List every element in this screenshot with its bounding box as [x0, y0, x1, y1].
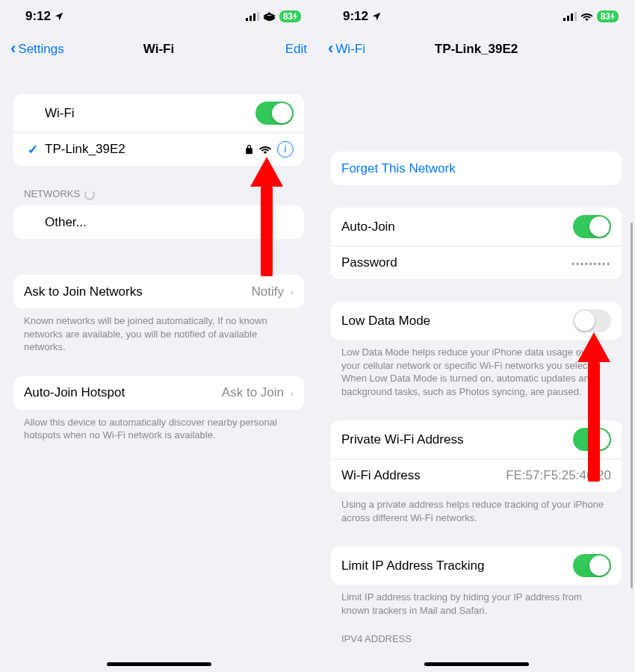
auto-join-toggle[interactable]	[573, 215, 611, 238]
edit-button[interactable]: Edit	[285, 42, 307, 57]
private-wifi-toggle[interactable]	[573, 428, 611, 451]
lock-icon	[245, 144, 253, 155]
forget-label: Forget This Network	[341, 161, 611, 176]
auto-hotspot-value: Ask to Join	[222, 385, 284, 400]
connected-network-label: TP-Link_39E2	[45, 142, 245, 157]
svg-rect-5	[567, 16, 569, 21]
home-indicator[interactable]	[424, 662, 529, 666]
private-wifi-row: Private Wi-Fi Address	[331, 420, 622, 458]
wifi-toggle[interactable]	[255, 102, 294, 125]
location-icon	[54, 11, 64, 22]
svg-rect-2	[253, 13, 255, 21]
chevron-left-icon: ‹	[10, 39, 16, 58]
auto-join-label: Auto-Join	[341, 220, 573, 234]
svg-rect-6	[571, 13, 573, 21]
connected-network-row[interactable]: ✓ TP-Link_39E2 i	[13, 132, 304, 166]
status-bar: 9:12 83	[318, 0, 635, 33]
location-icon	[371, 11, 382, 22]
wifi-address-row: Wi-Fi Address FE:57:F5:25:46:20	[331, 458, 622, 492]
back-label: Settings	[18, 42, 64, 57]
wifi-icon	[580, 12, 593, 21]
svg-rect-3	[257, 12, 259, 21]
networks-header-label: NETWORKS	[24, 188, 80, 199]
battery-pill: 83	[279, 10, 301, 22]
battery-pill: 83	[597, 10, 619, 22]
wifi-icon	[263, 12, 276, 21]
svg-rect-7	[574, 12, 577, 21]
wifi-toggle-row: Wi-Fi	[13, 94, 304, 132]
phone-right: 9:12 83 ‹ Wi-Fi TP-Link_39E2 Forget This…	[318, 0, 635, 672]
low-data-mode-toggle[interactable]	[573, 309, 611, 332]
svg-rect-1	[250, 16, 252, 21]
ask-to-join-row[interactable]: Ask to Join Networks Notify ›	[13, 275, 304, 308]
ask-to-join-footer: Known networks will be joined automatica…	[13, 308, 304, 354]
low-data-mode-row: Low Data Mode	[331, 302, 622, 340]
status-time: 9:12	[25, 9, 51, 24]
ask-to-join-value: Notify	[252, 284, 284, 299]
password-row[interactable]: Password •••••••••	[331, 246, 622, 279]
battery-pct: 83	[283, 11, 293, 22]
nav-bar: ‹ Wi-Fi TP-Link_39E2	[318, 33, 635, 66]
limit-ip-row: Limit IP Address Tracking	[331, 547, 622, 585]
status-time: 9:12	[343, 9, 368, 24]
phone-left: 9:12 83 ‹ Settings Wi-Fi Edit Wi-Fi	[0, 0, 318, 672]
back-label: Wi-Fi	[335, 42, 365, 57]
ask-to-join-label: Ask to Join Networks	[24, 284, 252, 299]
spinner-icon	[84, 190, 95, 200]
limit-ip-footer: Limit IP address tracking by hiding your…	[331, 585, 622, 617]
auto-join-hotspot-row[interactable]: Auto-Join Hotspot Ask to Join ›	[13, 376, 304, 410]
low-data-mode-footer: Low Data Mode helps reduce your iPhone d…	[331, 340, 622, 398]
private-wifi-label: Private Wi-Fi Address	[341, 432, 573, 447]
limit-ip-label: Limit IP Address Tracking	[341, 559, 573, 573]
password-label: Password	[341, 255, 572, 270]
wifi-label: Wi-Fi	[45, 106, 255, 121]
auto-hotspot-label: Auto-Join Hotspot	[24, 385, 222, 400]
chevron-right-icon: ›	[290, 285, 294, 298]
nav-bar: ‹ Settings Wi-Fi Edit	[0, 33, 318, 66]
wifi-address-label: Wi-Fi Address	[341, 468, 506, 483]
home-indicator[interactable]	[107, 662, 211, 666]
status-bar: 9:12 83	[0, 0, 318, 33]
limit-ip-toggle[interactable]	[573, 554, 611, 577]
ipv4-header: IPV4 ADDRESS	[331, 633, 622, 650]
cellular-icon	[246, 12, 259, 21]
other-label: Other...	[45, 215, 294, 230]
auto-hotspot-footer: Allow this device to automatically disco…	[13, 410, 304, 442]
password-value: •••••••••	[572, 259, 611, 268]
cellular-icon	[563, 12, 577, 21]
forget-network-row[interactable]: Forget This Network	[331, 152, 622, 185]
scrollbar[interactable]	[631, 223, 633, 588]
chevron-right-icon: ›	[290, 387, 294, 399]
networks-header: NETWORKS	[13, 188, 304, 205]
back-button[interactable]: ‹ Wi-Fi	[328, 40, 365, 58]
wifi-strength-icon	[259, 145, 271, 154]
info-icon[interactable]: i	[277, 141, 294, 158]
svg-rect-4	[563, 18, 566, 21]
svg-rect-0	[246, 18, 248, 21]
checkmark-icon: ✓	[24, 142, 42, 158]
auto-join-row: Auto-Join	[331, 208, 622, 246]
other-network-row[interactable]: Other...	[13, 205, 304, 239]
private-wifi-footer: Using a private address helps reduce tra…	[331, 492, 622, 524]
battery-pct: 83	[601, 11, 610, 22]
wifi-address-value: FE:57:F5:25:46:20	[506, 468, 611, 483]
back-button[interactable]: ‹ Settings	[10, 40, 64, 58]
low-data-mode-label: Low Data Mode	[341, 314, 573, 329]
chevron-left-icon: ‹	[328, 39, 333, 58]
